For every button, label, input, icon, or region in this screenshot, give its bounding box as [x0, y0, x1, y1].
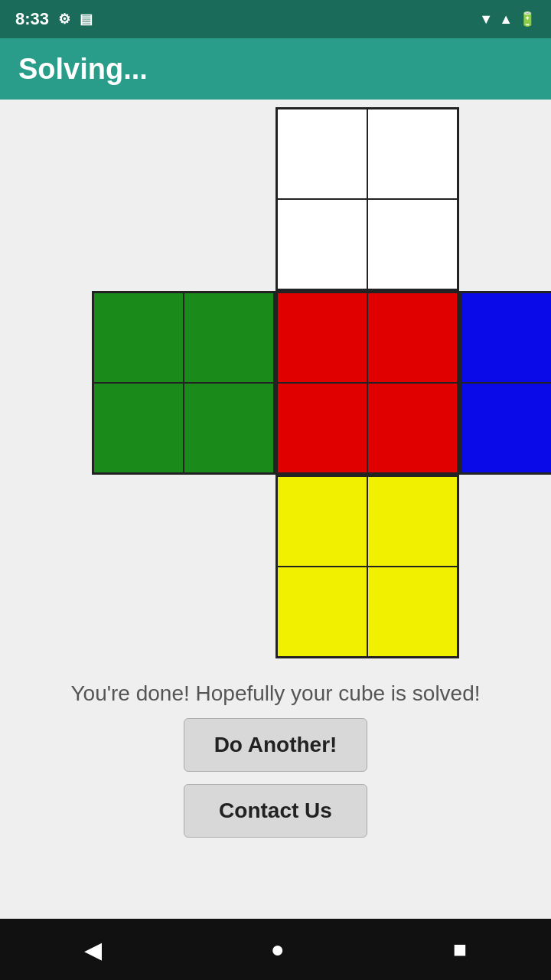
- cell-front-1: [367, 292, 458, 383]
- cell-front-0: [277, 292, 367, 383]
- cell-front-2: [277, 383, 367, 473]
- nav-back-button[interactable]: [61, 929, 125, 971]
- battery-icon: 🔋: [519, 11, 536, 28]
- nav-recents-button[interactable]: [430, 929, 490, 970]
- signal-icon: ▲: [499, 11, 513, 28]
- cell-left-1: [184, 292, 274, 383]
- time-display: 8:33: [15, 9, 49, 29]
- cell-bottom-3: [367, 567, 458, 657]
- completion-message: You're done! Hopefully your cube is solv…: [47, 681, 503, 706]
- cell-top-3: [367, 199, 458, 289]
- settings-icon: ⚙: [58, 11, 70, 28]
- cell-left-3: [184, 383, 274, 473]
- app-title: Solving...: [18, 53, 148, 86]
- cell-right-0: [461, 292, 551, 383]
- status-left: 8:33 ⚙ ▤: [15, 9, 93, 29]
- cell-bottom-2: [277, 567, 367, 657]
- cell-left-0: [93, 292, 184, 383]
- status-right: ▼ ▲ 🔋: [479, 11, 536, 28]
- status-bar: 8:33 ⚙ ▤ ▼ ▲ 🔋: [0, 0, 551, 38]
- cube-face-left: [92, 291, 276, 475]
- cell-top-0: [277, 109, 367, 199]
- contact-us-button[interactable]: Contact Us: [184, 784, 367, 838]
- wifi-icon: ▼: [479, 11, 493, 28]
- app-bar: Solving...: [0, 38, 551, 100]
- sim-icon: ▤: [80, 11, 93, 28]
- cube-face-top: [276, 107, 459, 291]
- cell-top-1: [367, 109, 458, 199]
- cube-face-bottom: [276, 475, 459, 658]
- cell-bottom-1: [367, 476, 458, 567]
- cell-right-2: [461, 383, 551, 473]
- main-content: You're done! Hopefully your cube is solv…: [0, 100, 551, 919]
- nav-home-button[interactable]: [247, 929, 307, 970]
- cube-net: [92, 107, 459, 658]
- cell-top-2: [277, 199, 367, 289]
- cell-left-2: [93, 383, 184, 473]
- cell-front-3: [367, 383, 458, 473]
- nav-bar: [0, 919, 551, 980]
- do-another-button[interactable]: Do Another!: [184, 718, 367, 772]
- cube-face-right: [459, 291, 551, 475]
- cell-bottom-0: [277, 476, 367, 567]
- cube-face-front: [276, 291, 459, 475]
